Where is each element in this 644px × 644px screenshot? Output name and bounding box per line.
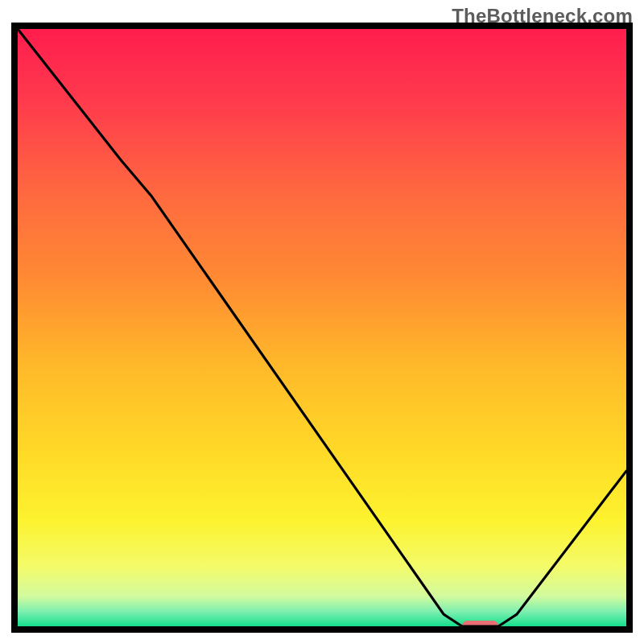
watermark-text: TheBottleneck.com [452,5,633,27]
chart-stage: TheBottleneck.com [0,0,644,644]
plot-background [18,29,626,626]
bottleneck-chart [0,0,644,644]
